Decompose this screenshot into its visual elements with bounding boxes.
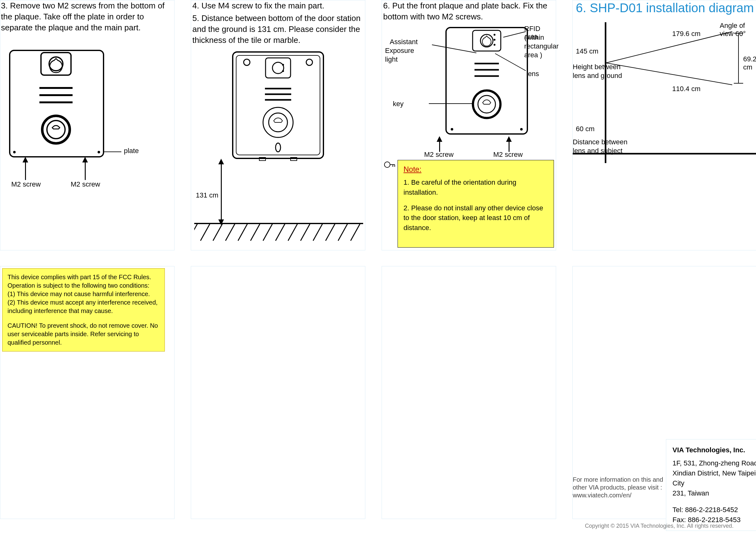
svg-line-39	[338, 224, 347, 241]
svg-line-30	[226, 224, 235, 241]
fcc-line-4: CAUTION! To prevent shock, do not remove…	[8, 322, 159, 347]
step4-text: 4. Use M4 screw to fix the main part.	[191, 0, 368, 11]
label-rfid-4: area )	[524, 51, 542, 59]
svg-line-65	[606, 63, 732, 85]
panel-fcc: This device complies with part 15 of the…	[0, 266, 175, 519]
svg-line-37	[313, 224, 322, 241]
svg-point-9	[97, 151, 100, 154]
dim-1796: 179.6 cm	[672, 30, 701, 38]
label-rfid-3: rectangular	[524, 42, 559, 50]
svg-point-58	[384, 162, 390, 167]
fcc-line-3: (2) This device must accept any interfer…	[8, 298, 159, 315]
label-assist3: light	[385, 55, 397, 64]
tel: Tel: 886-2-2218-5452	[672, 505, 756, 515]
svg-line-34	[276, 224, 285, 241]
label-plate: plate	[124, 147, 139, 155]
device-front-illustration	[441, 23, 532, 139]
fcc-line-2: (1) This device may not cause harmful in…	[8, 290, 159, 298]
fcc-line-1: This device complies with part 15 of the…	[8, 273, 159, 290]
dim-1104: 110.4 cm	[672, 85, 701, 93]
visit-1: For more information on this and	[573, 476, 663, 483]
label-lens: lens	[526, 70, 539, 78]
addr-2: Xindian District, New Taipei City	[672, 468, 756, 488]
panel-empty-1	[191, 266, 365, 519]
label-key: key	[393, 100, 403, 108]
panel-empty-2	[382, 266, 556, 519]
installation-diagram	[573, 19, 756, 182]
svg-point-46	[494, 44, 496, 46]
svg-line-29	[213, 224, 222, 241]
svg-point-16	[282, 64, 284, 66]
panel-footer: For more information on this and other V…	[572, 266, 756, 519]
svg-line-35	[288, 224, 297, 241]
svg-point-15	[272, 62, 284, 73]
svg-point-17	[282, 70, 284, 72]
svg-line-64	[606, 32, 732, 63]
label-60cm: 60 cm	[576, 125, 595, 133]
svg-line-27	[194, 224, 197, 241]
visit-2: other VIA products, please visit :	[573, 484, 662, 491]
label-m2-left: M2 screw	[11, 180, 40, 188]
device-main-illustration	[228, 47, 328, 163]
note-box: Note: 1. Be careful of the orientation d…	[397, 160, 554, 248]
svg-point-53	[520, 128, 523, 130]
svg-line-28	[201, 224, 210, 241]
svg-point-52	[451, 128, 453, 130]
panel-diagram: 6. SHP-D01 installation diagram Angle of…	[572, 0, 756, 250]
panel-step3: 3. Remove two M2 screws from the bottom …	[0, 0, 175, 250]
ground-hatch	[194, 222, 363, 244]
label-m2-right: M2 screw	[71, 180, 100, 188]
note-title: Note:	[403, 164, 548, 175]
device-plate-illustration	[5, 46, 118, 161]
key-icon	[384, 160, 396, 169]
svg-line-32	[251, 224, 260, 241]
label-m2-right-6: M2 screw	[493, 151, 523, 159]
svg-line-38	[326, 224, 335, 241]
step3-text: 3. Remove two M2 screws from the bottom …	[0, 0, 176, 33]
label-assist1: Assistant	[390, 38, 418, 46]
label-dtext1: Distance between	[573, 138, 628, 146]
copyright-line: Copyright © 2015 VIA Technologies, Inc. …	[585, 523, 734, 529]
svg-line-31	[238, 224, 247, 241]
label-angle: Angle of view 60°	[720, 22, 756, 38]
svg-line-33	[263, 224, 272, 241]
diagram-title: 6. SHP-D01 installation diagram	[576, 1, 754, 15]
panel-step6: 6. Put the front plaque and plate back. …	[382, 0, 556, 250]
company-name: VIA Technologies, Inc.	[672, 445, 756, 455]
label-htext1: Height between	[573, 63, 621, 71]
addr-3: 231, Taiwan	[672, 488, 756, 498]
visit-3: www.viatech.com/en/	[573, 492, 632, 499]
note-item-1: 1. Be careful of the orientation during …	[403, 178, 548, 198]
note-item-2: 2. Please do not install any other devic…	[403, 203, 548, 233]
label-assist2: Exposure	[385, 47, 414, 55]
step6-text: 6. Put the front plaque and plate back. …	[382, 0, 559, 22]
address-box: VIA Technologies, Inc. 1F, 531, Zhong-zh…	[666, 439, 756, 531]
addr-1: 1F, 531, Zhong-zheng Road,	[672, 458, 756, 468]
dim-692: 69.2 cm	[743, 55, 756, 71]
step5-text: 5. Distance between bottom of the door s…	[191, 13, 368, 46]
svg-point-45	[494, 39, 496, 41]
label-htext2: lens and ground	[573, 72, 622, 80]
svg-point-44	[494, 34, 496, 36]
panel-step45: 4. Use M4 screw to fix the main part. 5.…	[191, 0, 365, 250]
label-m2-left-6: M2 screw	[424, 151, 453, 159]
label-rfid-2: (within	[524, 34, 544, 42]
svg-point-8	[13, 151, 15, 154]
dim-131cm: 131 cm	[196, 191, 218, 199]
label-dtext2: lens and subject	[573, 147, 622, 155]
svg-point-7	[47, 121, 65, 139]
fcc-box: This device complies with part 15 of the…	[2, 268, 165, 351]
label-145cm: 145 cm	[576, 47, 598, 55]
svg-line-40	[351, 224, 360, 241]
svg-line-36	[301, 224, 310, 241]
